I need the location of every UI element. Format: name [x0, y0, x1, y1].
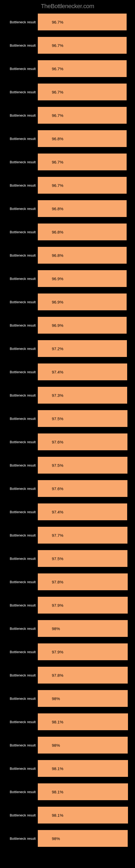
bar-value-label: 96.7%: [52, 20, 63, 24]
row-label: Bottleneck result: [0, 13, 38, 30]
bar-value-label: 97.5%: [52, 463, 63, 468]
row-label: Bottleneck result: [0, 690, 38, 707]
chart-row: Bottleneck result96.8%: [0, 200, 135, 217]
bar-track: 97.8%: [38, 574, 135, 590]
bar-track: 97.5%: [38, 410, 135, 427]
bar-fill: 97.5%: [38, 550, 127, 567]
bar-value-label: 97.6%: [52, 486, 63, 491]
bar-fill: 98.1%: [38, 807, 128, 824]
bar-track: 96.7%: [38, 13, 135, 30]
row-label: Bottleneck result: [0, 387, 38, 404]
bar-fill: 97.7%: [38, 527, 127, 544]
chart-row: Bottleneck result98%: [0, 737, 135, 753]
row-label: Bottleneck result: [0, 270, 38, 287]
bar-value-label: 96.7%: [52, 90, 63, 94]
chart-row: Bottleneck result96.8%: [0, 223, 135, 240]
bar-fill: 96.8%: [38, 200, 127, 217]
bar-track: 97.7%: [38, 527, 135, 544]
bar-track: 96.7%: [38, 84, 135, 100]
bar-track: 97.4%: [38, 503, 135, 520]
chart-row: Bottleneck result98.1%: [0, 807, 135, 824]
chart-row: Bottleneck result96.7%: [0, 154, 135, 170]
chart-row: Bottleneck result96.9%: [0, 317, 135, 334]
chart-row: Bottleneck result97.6%: [0, 480, 135, 497]
row-label: Bottleneck result: [0, 713, 38, 730]
bar-fill: 97.9%: [38, 643, 128, 660]
bar-track: 98.1%: [38, 713, 135, 730]
chart-row: Bottleneck result97.5%: [0, 410, 135, 427]
bar-value-label: 98.1%: [52, 766, 63, 771]
chart-row: Bottleneck result98%: [0, 690, 135, 707]
chart-row: Bottleneck result96.7%: [0, 177, 135, 194]
bar-value-label: 97.8%: [52, 673, 63, 678]
bar-track: 98%: [38, 620, 135, 637]
bar-value-label: 97.4%: [52, 370, 63, 374]
bar-fill: 96.7%: [38, 107, 127, 124]
bar-value-label: 96.7%: [52, 43, 63, 48]
bar-value-label: 98%: [52, 743, 60, 748]
row-label: Bottleneck result: [0, 830, 38, 847]
bottleneck-chart: Bottleneck result96.7%Bottleneck result9…: [0, 13, 135, 847]
bar-value-label: 98.1%: [52, 789, 63, 794]
row-label: Bottleneck result: [0, 60, 38, 77]
bar-track: 96.7%: [38, 60, 135, 77]
row-label: Bottleneck result: [0, 340, 38, 357]
row-label: Bottleneck result: [0, 293, 38, 310]
bar-track: 97.2%: [38, 340, 135, 357]
bar-fill: 98%: [38, 620, 128, 637]
row-label: Bottleneck result: [0, 597, 38, 614]
bar-fill: 96.8%: [38, 130, 127, 147]
chart-row: Bottleneck result98%: [0, 620, 135, 637]
bar-fill: 96.8%: [38, 223, 127, 240]
bar-value-label: 96.9%: [52, 300, 63, 304]
bar-track: 98.1%: [38, 783, 135, 800]
bar-fill: 96.7%: [38, 37, 127, 54]
bar-fill: 97.8%: [38, 574, 128, 590]
row-label: Bottleneck result: [0, 364, 38, 380]
bar-track: 98%: [38, 737, 135, 753]
chart-row: Bottleneck result97.5%: [0, 550, 135, 567]
bar-fill: 97.2%: [38, 340, 127, 357]
chart-row: Bottleneck result96.8%: [0, 247, 135, 264]
row-label: Bottleneck result: [0, 130, 38, 147]
row-label: Bottleneck result: [0, 223, 38, 240]
row-label: Bottleneck result: [0, 760, 38, 777]
bar-value-label: 96.7%: [52, 113, 63, 118]
bar-fill: 97.5%: [38, 457, 127, 474]
bar-fill: 97.4%: [38, 503, 127, 520]
bar-track: 96.9%: [38, 270, 135, 287]
bar-fill: 98%: [38, 830, 128, 847]
bar-fill: 96.7%: [38, 154, 127, 170]
bar-track: 96.8%: [38, 200, 135, 217]
bar-value-label: 97.3%: [52, 393, 63, 398]
bar-value-label: 98%: [52, 696, 60, 701]
bar-value-label: 98.1%: [52, 720, 63, 724]
bar-value-label: 96.8%: [52, 207, 63, 211]
chart-row: Bottleneck result96.7%: [0, 60, 135, 77]
bar-fill: 97.6%: [38, 433, 127, 450]
bar-fill: 96.9%: [38, 293, 127, 310]
bar-track: 96.9%: [38, 293, 135, 310]
bar-fill: 97.6%: [38, 480, 127, 497]
bar-track: 96.9%: [38, 317, 135, 334]
chart-row: Bottleneck result97.9%: [0, 643, 135, 660]
row-label: Bottleneck result: [0, 200, 38, 217]
bar-track: 97.5%: [38, 550, 135, 567]
chart-row: Bottleneck result96.7%: [0, 107, 135, 124]
bar-track: 96.7%: [38, 154, 135, 170]
chart-row: Bottleneck result97.4%: [0, 503, 135, 520]
chart-row: Bottleneck result96.7%: [0, 37, 135, 54]
bar-fill: 96.7%: [38, 84, 127, 100]
bar-fill: 98.1%: [38, 760, 128, 777]
chart-row: Bottleneck result98.1%: [0, 713, 135, 730]
bar-fill: 98.1%: [38, 713, 128, 730]
row-label: Bottleneck result: [0, 574, 38, 590]
bar-fill: 96.9%: [38, 270, 127, 287]
bar-fill: 96.7%: [38, 177, 127, 194]
chart-row: Bottleneck result96.9%: [0, 293, 135, 310]
bar-track: 96.8%: [38, 130, 135, 147]
bar-value-label: 96.8%: [52, 230, 63, 235]
row-label: Bottleneck result: [0, 620, 38, 637]
bar-fill: 96.8%: [38, 247, 127, 264]
chart-row: Bottleneck result97.3%: [0, 387, 135, 404]
